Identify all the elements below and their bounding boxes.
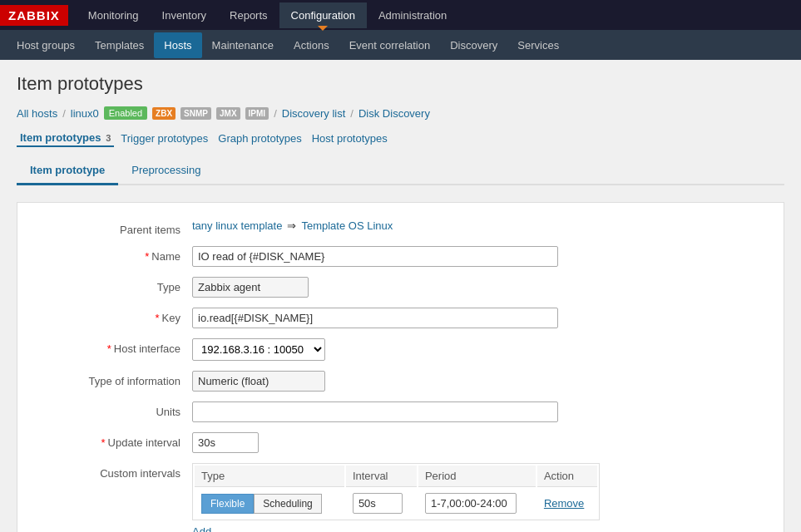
key-input[interactable] xyxy=(192,308,558,328)
update-interval-input[interactable] xyxy=(192,432,259,453)
host-interface-select[interactable]: 192.168.3.16 : 10050 xyxy=(192,338,325,361)
parent-item-link2[interactable]: Template OS Linux xyxy=(301,219,393,232)
nav-configuration[interactable]: Configuration xyxy=(279,2,367,28)
tab-trigger-prototypes[interactable]: Trigger prototypes xyxy=(117,131,211,146)
discovery-tabs: Item prototypes 3 Trigger prototypes Gra… xyxy=(17,130,391,149)
nav-reports[interactable]: Reports xyxy=(218,2,279,28)
second-nav: Host groups Templates Hosts Maintenance … xyxy=(0,30,801,60)
label-update-interval: *Update interval xyxy=(42,432,192,449)
label-custom-intervals: Custom intervals xyxy=(42,463,192,480)
badge-enabled: Enabled xyxy=(104,106,147,120)
star-key: * xyxy=(156,312,160,324)
label-type-info: Type of information xyxy=(42,371,192,387)
page-content: Item prototypes All hosts / linux0 Enabl… xyxy=(0,60,801,532)
row-host-interface: *Host interface 192.168.3.16 : 10050 xyxy=(42,338,759,361)
nav-inventory[interactable]: Inventory xyxy=(151,2,218,28)
period-input[interactable] xyxy=(425,493,517,514)
nav-discovery[interactable]: Discovery xyxy=(440,32,507,58)
breadcrumb-discovery-list[interactable]: Discovery list xyxy=(282,107,346,120)
nav-administration[interactable]: Administration xyxy=(367,2,458,28)
nav-actions[interactable]: Actions xyxy=(284,32,339,58)
sep2: / xyxy=(274,107,277,120)
custom-intervals-table: Type Interval Period Action FlexibleSche… xyxy=(192,463,600,520)
value-custom-intervals: Type Interval Period Action FlexibleSche… xyxy=(192,463,759,532)
col-action: Action xyxy=(537,466,597,487)
nav-hosts[interactable]: Hosts xyxy=(154,32,201,58)
value-type-info: Numeric (float) xyxy=(192,371,759,392)
btn-scheduling[interactable]: Scheduling xyxy=(254,494,321,514)
row-parent-items: Parent items tany linux template ⇒ Templ… xyxy=(42,219,759,236)
value-update-interval xyxy=(192,432,759,453)
value-units xyxy=(192,401,759,422)
nav-templates[interactable]: Templates xyxy=(85,32,154,58)
row-units: Units xyxy=(42,401,759,422)
nav-host-groups[interactable]: Host groups xyxy=(7,32,85,58)
form-tabs: Item prototype Preprocessing xyxy=(17,157,784,185)
value-name xyxy=(192,246,759,267)
label-name: *Name xyxy=(42,246,192,263)
tab-item-prototypes[interactable]: Item prototypes 3 xyxy=(17,130,114,147)
label-host-interface: *Host interface xyxy=(42,338,192,355)
discovery-tabs-row: Item prototypes 3 Trigger prototypes Gra… xyxy=(17,130,784,149)
sep3: / xyxy=(350,107,354,120)
nav-services[interactable]: Services xyxy=(507,32,569,58)
form-container: Parent items tany linux template ⇒ Templ… xyxy=(17,202,784,532)
btn-flexible[interactable]: Flexible xyxy=(201,494,254,514)
type-info-display: Numeric (float) xyxy=(192,371,325,392)
units-input[interactable] xyxy=(192,401,558,422)
page-title: Item prototypes xyxy=(17,73,784,95)
remove-link[interactable]: Remove xyxy=(544,497,584,510)
cell-period xyxy=(418,489,536,518)
cell-interval xyxy=(346,489,417,518)
nav-event-correlation[interactable]: Event correlation xyxy=(339,32,441,58)
col-period: Period xyxy=(418,466,536,487)
value-parent-items: tany linux template ⇒ Template OS Linux xyxy=(192,219,759,232)
value-type: Zabbix agent xyxy=(192,277,759,298)
row-key: *Key xyxy=(42,308,759,328)
label-type: Type xyxy=(42,277,192,293)
col-type: Type xyxy=(195,466,344,487)
breadcrumb-bar: All hosts / linux0 Enabled ZBX SNMP JMX … xyxy=(17,106,784,120)
cell-action: Remove xyxy=(537,489,597,518)
badge-ipmi: IPMI xyxy=(245,107,269,120)
star-host-interface: * xyxy=(107,342,111,355)
tab-count-items: 3 xyxy=(106,133,111,143)
cell-type: FlexibleScheduling xyxy=(195,489,344,518)
logo: ZABBIX xyxy=(0,5,68,26)
badge-jmx: JMX xyxy=(216,107,240,120)
star-name: * xyxy=(145,250,149,263)
top-nav: ZABBIX Monitoring Inventory Reports Conf… xyxy=(0,0,801,30)
row-name: *Name xyxy=(42,246,759,267)
label-key: *Key xyxy=(42,308,192,324)
value-host-interface: 192.168.3.16 : 10050 xyxy=(192,338,759,361)
parent-item-arrow: ⇒ xyxy=(287,219,296,232)
tab-graph-prototypes[interactable]: Graph prototypes xyxy=(215,131,304,146)
row-type: Type Zabbix agent xyxy=(42,277,759,298)
form-tab-preprocessing[interactable]: Preprocessing xyxy=(118,157,214,185)
badge-snmp: SNMP xyxy=(180,107,211,120)
breadcrumb-linux0[interactable]: linux0 xyxy=(71,107,99,120)
form-tab-item-prototype[interactable]: Item prototype xyxy=(17,157,118,185)
badge-zbx: ZBX xyxy=(152,107,176,120)
label-units: Units xyxy=(42,401,192,418)
interval-input[interactable] xyxy=(353,493,403,514)
breadcrumb-all-hosts[interactable]: All hosts xyxy=(17,107,57,120)
row-type-info: Type of information Numeric (float) xyxy=(42,371,759,392)
breadcrumb-disk-discovery[interactable]: Disk Discovery xyxy=(358,107,430,120)
row-update-interval: *Update interval xyxy=(42,432,759,453)
type-display: Zabbix agent xyxy=(192,277,309,298)
add-interval-link[interactable]: Add xyxy=(192,525,211,532)
value-key xyxy=(192,308,759,328)
sep1: / xyxy=(62,107,66,120)
nav-monitoring[interactable]: Monitoring xyxy=(77,2,151,28)
tab-host-prototypes[interactable]: Host prototypes xyxy=(309,131,391,146)
table-row: FlexibleScheduling Remove xyxy=(195,489,597,518)
parent-item-link1[interactable]: tany linux template xyxy=(192,219,282,232)
star-update: * xyxy=(101,436,105,449)
label-parent-items: Parent items xyxy=(42,219,192,236)
row-custom-intervals: Custom intervals Type Interval Period Ac… xyxy=(42,463,759,532)
top-nav-items: Monitoring Inventory Reports Configurati… xyxy=(77,2,458,28)
nav-maintenance[interactable]: Maintenance xyxy=(202,32,284,58)
name-input[interactable] xyxy=(192,246,558,267)
col-interval: Interval xyxy=(346,466,417,487)
